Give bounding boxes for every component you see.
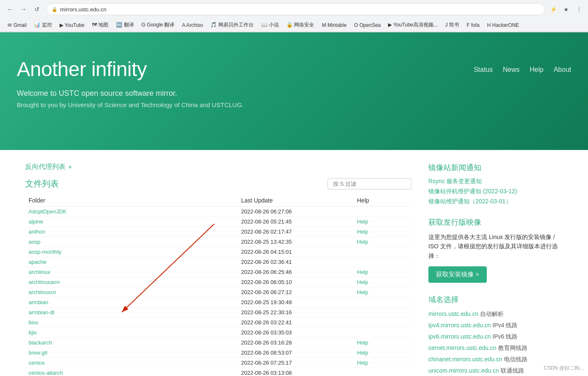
reverse-proxy-section: 反向代理列表 + [25, 163, 412, 171]
bookmark-netease[interactable]: 🎵 网易贝外工作台 [207, 20, 257, 30]
bookmark-translate-icon[interactable]: 🔤 翻译 [113, 20, 137, 30]
nav-about[interactable]: About [554, 66, 571, 74]
table-cell-folder: anthon [25, 227, 238, 237]
table-cell-update: 2022-08-26 07:25:17 [238, 358, 354, 368]
bookmark-hackerone[interactable]: H HackerONE [484, 21, 522, 29]
news-link[interactable]: Rsync 服务变更通知 [428, 178, 482, 184]
bookmark-youtube-hd[interactable]: ▶ YouTube高清视频... [385, 20, 441, 30]
domain-tag: IPv6 线路 [493, 333, 518, 340]
nav-news[interactable]: News [503, 66, 520, 74]
table-cell-help: Help [354, 227, 412, 237]
news-list: Rsync 服务变更通知镜像站停机维护通知 (2022-03-12)镜像站维护通… [428, 178, 563, 205]
iso-section: 获取发行版映像 这里为您提供各大主流 Linux 发行版的安装镜像 / ISO … [428, 217, 563, 283]
table-cell-update: 2022-08-26 02:36:41 [238, 257, 354, 267]
domain-link[interactable]: ipv4.mirrors.ustc.edu.cn [428, 322, 491, 329]
hero-section: Status News Help About Another infinity … [0, 32, 588, 150]
folder-link[interactable]: AdoptOpenJDK [29, 208, 66, 215]
bookmarks-bar: ✉ Gmail 📊 监控 ▶ YouTube 🗺 地图 🔤 翻译 G Googl… [0, 18, 588, 32]
domain-link[interactable]: mirrors.ustc.edu.cn [428, 310, 478, 317]
folder-link[interactable]: archlinuxarm [29, 279, 60, 285]
help-link[interactable]: Help [357, 279, 368, 285]
forward-button[interactable]: → [18, 3, 29, 15]
domain-item: unicom.mirrors.ustc.edu.cn 联通线路 [428, 366, 563, 375]
bookmark-fofa[interactable]: F fofa [463, 21, 483, 29]
bookmark-opensea[interactable]: O OpenSea [351, 21, 384, 29]
bookmark-mintable[interactable]: M Mintable [318, 21, 350, 29]
news-link[interactable]: 镜像站停机维护通知 (2022-03-12) [428, 188, 517, 195]
bookmark-archiso[interactable]: A Archiso [178, 21, 206, 29]
table-row: centos2022-08-26 07:25:17Help [25, 358, 412, 368]
folder-link[interactable]: alpine [29, 218, 43, 225]
nav-status[interactable]: Status [474, 66, 493, 74]
table-cell-help: Help [354, 267, 412, 277]
bookmark-button[interactable]: ★ [561, 4, 571, 14]
help-link[interactable]: Help [357, 269, 368, 275]
folder-link[interactable]: blackarch [29, 339, 52, 346]
news-link[interactable]: 镜像站维护通知（2022-03-01） [428, 198, 512, 205]
folder-link[interactable]: centos-altarch [29, 370, 63, 376]
table-cell-help [354, 308, 412, 318]
help-link[interactable]: Help [357, 229, 368, 235]
domain-link[interactable]: ipv6.mirrors.ustc.edu.cn [428, 333, 491, 340]
table-cell-update: 2022-08-25 22:30:16 [238, 308, 354, 318]
folder-link[interactable]: centos [29, 360, 45, 366]
help-link[interactable]: Help [357, 360, 368, 366]
bookmark-maps[interactable]: 🗺 地图 [89, 20, 112, 30]
col-help-header: Help [354, 195, 412, 207]
table-row: blackarch2022-08-26 03:16:28Help [25, 338, 412, 348]
bookmark-novel[interactable]: 📖 小说 [258, 20, 282, 30]
domain-section: 域名选择 mirrors.ustc.edu.cn 自动解析ipv4.mirror… [428, 294, 563, 376]
hero-subtitle: Welcome to USTC open source software mir… [17, 89, 571, 98]
table-container: Folder Last Update Help AdoptOpenJDK2022… [25, 195, 412, 376]
domain-link[interactable]: cernet.mirrors.ustc.edu.cn [428, 344, 496, 351]
domain-link[interactable]: unicom.mirrors.ustc.edu.cn [428, 367, 499, 374]
browser-actions: ⚡ ★ ⋮ [549, 4, 584, 14]
extensions-button[interactable]: ⚡ [549, 4, 559, 14]
folder-link[interactable]: anthon [29, 229, 45, 235]
refresh-button[interactable]: ↺ [31, 3, 43, 15]
domain-tag: 自动解析 [480, 310, 504, 317]
bookmark-gmail[interactable]: ✉ Gmail [4, 21, 30, 29]
table-cell-help: Help [354, 287, 412, 297]
table-cell-update: 2022-08-26 06:05:10 [238, 277, 354, 287]
folder-link[interactable]: armbian [29, 299, 48, 305]
table-cell-update: 2022-08-26 06:27:06 [238, 207, 354, 217]
folder-link[interactable]: aosp [29, 239, 40, 245]
domain-link[interactable]: chinanet.mirrors.ustc.edu.cn [428, 356, 502, 363]
table-cell-help: Help [354, 217, 412, 227]
bookmark-monitor[interactable]: 📊 监控 [31, 20, 55, 30]
bookmark-google-translate[interactable]: G Google 翻译 [138, 20, 178, 30]
plus-expand[interactable]: + [68, 163, 72, 171]
table-cell-help [354, 318, 412, 328]
right-panel: 镜像站新闻通知 Rsync 服务变更通知镜像站停机维护通知 (2022-03-1… [428, 163, 563, 376]
help-link[interactable]: Help [357, 339, 368, 346]
table-cell-update: 2022-08-25 19:30:49 [238, 297, 354, 308]
left-panel: 反向代理列表 + 文件列表 [25, 163, 412, 376]
file-table: Folder Last Update Help AdoptOpenJDK2022… [25, 195, 412, 376]
domain-list: mirrors.ustc.edu.cn 自动解析ipv4.mirrors.ust… [428, 310, 563, 376]
folder-link[interactable]: brew.git [29, 350, 47, 356]
help-link[interactable]: Help [357, 218, 368, 225]
back-button[interactable]: ← [4, 3, 16, 15]
folder-link[interactable]: archlinux [29, 269, 50, 275]
help-link[interactable]: Help [357, 289, 368, 295]
table-row: apache2022-08-26 02:36:41 [25, 257, 412, 267]
menu-button[interactable]: ⋮ [574, 4, 584, 14]
iso-button[interactable]: 获取安装镜像 > [428, 266, 487, 283]
bookmark-security[interactable]: 🔒 网络安全 [283, 20, 318, 30]
folder-link[interactable]: bioc [29, 319, 39, 326]
folder-link[interactable]: armbian-dl [29, 309, 54, 316]
nav-help[interactable]: Help [530, 66, 543, 74]
bookmark-jianshu[interactable]: J 简书 [442, 20, 462, 30]
folder-link[interactable]: apache [29, 259, 47, 265]
news-item: 镜像站停机维护通知 (2022-03-12) [428, 188, 563, 195]
bookmark-youtube[interactable]: ▶ YouTube [56, 21, 88, 29]
filter-input[interactable] [328, 178, 412, 189]
help-link[interactable]: Help [357, 239, 368, 245]
folder-link[interactable]: bjlx [29, 329, 37, 336]
news-item: 镜像站维护通知（2022-03-01） [428, 198, 563, 205]
help-link[interactable]: Help [357, 350, 368, 356]
folder-link[interactable]: aosp-monthly [29, 249, 61, 255]
folder-link[interactable]: archlinuxcn [29, 289, 56, 295]
address-bar[interactable]: 🔒 mirrors.ustc.edu.cn [46, 3, 545, 15]
